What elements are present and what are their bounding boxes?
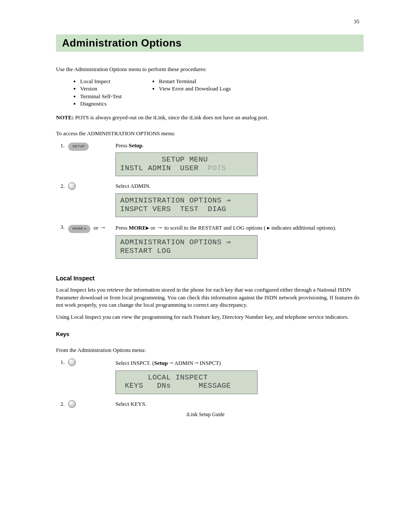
step-desc: Select ADMIN. ADMINISTRATION OPTIONS ⇒ I…: [114, 180, 364, 221]
local-inspect-heading: Local Inspect: [56, 274, 364, 283]
step-action: MORE ▸ or →: [66, 221, 114, 262]
bullet-item: Terminal Self-Test: [80, 93, 122, 100]
note-text: POTS is always greyed-out on the iLink, …: [75, 114, 268, 121]
arrow-right-icon: →: [193, 358, 200, 367]
page-footer: iLink Setup Guide: [0, 411, 411, 418]
keys-lead: From the Administration Options menu:: [56, 346, 364, 354]
step-number: 2.: [56, 180, 66, 221]
step-action: [66, 398, 114, 413]
step-action: SETUP: [66, 139, 114, 180]
step-row: 3. MORE ▸ or → Press MORE▸ or → to scrol…: [56, 221, 364, 262]
more-button-icon: MORE ▸: [68, 225, 90, 233]
note: NOTE: POTS is always greyed-out on the i…: [56, 114, 364, 121]
lcd-screen: LOCAL INSPECT KEYS DNs MESSAGE: [115, 370, 258, 394]
bullet-item: View Error and Download Logs: [159, 85, 231, 93]
lcd-line-grey: POTS: [208, 164, 226, 172]
lcd-line: ADMINISTRATION OPTIONS ⇒: [120, 238, 231, 246]
bullet-item: Diagnostics: [80, 100, 122, 108]
bullets-left: Local Inspect Version Terminal Self-Test…: [73, 78, 122, 108]
arrow-right-solid-icon: ▸: [267, 224, 270, 231]
softkey-icon: [68, 358, 76, 366]
step-desc: Select INSPCT. (Setup→ADMIN→INSPCT) LOCA…: [114, 356, 364, 398]
text: to scroll to the RESTART and LOG options…: [163, 224, 267, 231]
step-number: 3.: [56, 221, 66, 262]
step-number: 1.: [56, 139, 66, 180]
body: Use the Administration Options menu to p…: [56, 65, 364, 413]
bullet-item: Version: [80, 85, 122, 93]
text: Select ADMIN.: [115, 182, 362, 190]
step-action: [66, 180, 114, 221]
step-row: 2. Select KEYS.: [56, 398, 364, 413]
text: .: [143, 142, 144, 149]
keys-heading: Keys: [56, 330, 364, 338]
step-number: 1.: [56, 356, 66, 398]
lcd-line: KEYS DNs MESSAGE: [120, 382, 231, 390]
step-desc: Select KEYS.: [114, 398, 364, 413]
text: INSPCT): [200, 360, 221, 366]
note-label: NOTE:: [56, 114, 74, 121]
arrow-right-icon: →: [168, 358, 174, 367]
lcd-line: SETUP MENU: [120, 156, 208, 164]
bullet-item: Restart Terminal: [159, 78, 231, 85]
keys-steps: 1. Select INSPCT. (Setup→ADMIN→INSPCT) L…: [56, 356, 364, 413]
step-desc: Press Setup. SETUP MENU INSTL ADMIN USER…: [114, 139, 364, 180]
access-lead: To access the ADMINISTRATION OPTIONS men…: [56, 130, 364, 137]
access-steps: 1. SETUP Press Setup. SETUP MENU INSTL A…: [56, 139, 364, 263]
bullets-right: Restart Terminal View Error and Download…: [152, 78, 231, 108]
bullet-item: Local Inspect: [80, 78, 122, 85]
setup-button-icon: SETUP: [68, 143, 89, 151]
step-row: 2. Select ADMIN. ADMINISTRATION OPTIONS …: [56, 180, 364, 221]
step-desc: Press MORE▸ or → to scroll to the RESTAR…: [114, 221, 364, 262]
page-title: Administration Options: [62, 37, 358, 49]
arrow-right-icon: →: [100, 223, 106, 232]
lcd-line: ADMINISTRATION OPTIONS ⇒: [120, 196, 231, 205]
local-inspect-p2: Using Local Inspect you can view the pro…: [56, 313, 364, 321]
text: or: [93, 224, 98, 231]
lcd-line: RESTART LOG: [120, 247, 171, 255]
lcd-line: INSTL ADMIN USER: [120, 164, 208, 172]
page: 35 Administration Options Use the Admini…: [0, 0, 411, 430]
lcd-screen: SETUP MENU INSTL ADMIN USER POTS: [115, 152, 258, 176]
bullets: Local Inspect Version Terminal Self-Test…: [73, 78, 364, 108]
lcd-screen: ADMINISTRATION OPTIONS ⇒ INSPCT VERS TES…: [115, 193, 258, 217]
lcd-line: LOCAL INSPECT: [120, 373, 208, 382]
step-row: 1. SETUP Press Setup. SETUP MENU INSTL A…: [56, 139, 364, 180]
softkey-icon: [68, 182, 76, 190]
title-bar: Administration Options: [56, 34, 364, 52]
lcd-screen: ADMINISTRATION OPTIONS ⇒ RESTART LOG: [115, 235, 258, 259]
step-action: [66, 356, 114, 398]
page-number: 35: [354, 18, 359, 25]
intro-text: Use the Administration Options menu to p…: [56, 65, 364, 73]
step-row: 1. Select INSPCT. (Setup→ADMIN→INSPCT) L…: [56, 356, 364, 398]
softkey-icon: [68, 400, 76, 408]
step-number: 2.: [56, 398, 66, 413]
text: Select INSPCT. (: [115, 360, 154, 366]
text: indicates additional options).: [270, 224, 336, 231]
arrow-right-icon: →: [157, 223, 163, 232]
local-inspect-p1: Local Inspect lets you retrieve the info…: [56, 286, 364, 309]
text: ADMIN: [174, 360, 193, 366]
text: Press: [115, 224, 129, 231]
text: or: [149, 224, 156, 231]
lcd-line: INSPCT VERS TEST DIAG: [120, 205, 226, 213]
text: Press: [115, 142, 129, 149]
